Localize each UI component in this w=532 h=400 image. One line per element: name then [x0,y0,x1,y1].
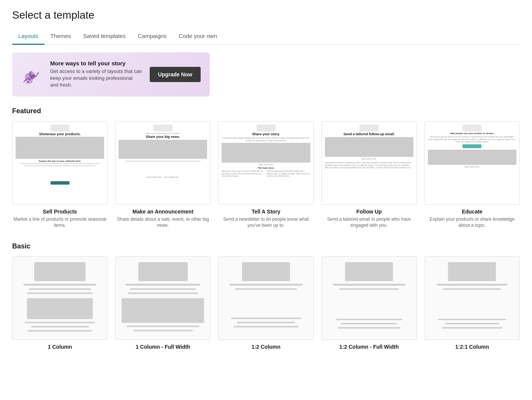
template-tell-story[interactable]: Share your story. Newsletters keep peopl… [218,121,314,229]
banner-illustration [21,64,43,85]
template-name-1col-full: 1 Column - Full Width [115,344,211,350]
tab-nav: Layouts Themes Saved templates Campaigns… [12,29,520,45]
upgrade-button[interactable]: Upgrade Now [150,67,201,82]
template-make-announcement[interactable]: Have an announcement to make? Share your… [115,121,211,229]
banner-text: More ways to tell your story Get access … [50,60,142,89]
basic-section-title: Basic [12,242,520,250]
tab-code-your-own[interactable]: Code your own [173,29,223,45]
upgrade-banner: More ways to tell your story Get access … [12,52,210,96]
basic-template-grid: 1 Column 1 Column - Full Width [12,256,520,351]
featured-template-grid: Showcase your products. Feature the star… [12,121,520,229]
featured-section-title: Featured [12,107,520,115]
banner-body: Get access to a variety of layouts that … [50,68,142,89]
template-name-1-2col: 1:2 Column [218,344,314,350]
template-name-sell: Sell Products [12,209,108,215]
template-desc-story: Send a newsletter to let people know wha… [218,216,314,229]
tab-layouts[interactable]: Layouts [12,29,44,45]
template-1col-full[interactable]: 1 Column - Full Width [115,256,211,351]
page-title: Select a template [12,9,520,21]
template-name-1col: 1 Column [12,344,108,350]
template-name-story: Tell A Story [218,209,314,215]
tab-saved-templates[interactable]: Saved templates [77,29,132,45]
banner-heading: More ways to tell your story [50,60,142,66]
template-1-2col-full[interactable]: 1:2 Column - Full Width [321,256,417,351]
template-name-1-2col-full: 1:2 Column - Full Width [321,344,417,350]
template-educate[interactable]: Help people use your product or service.… [424,121,520,229]
template-1col[interactable]: 1 Column [12,256,108,351]
template-desc-educate: Explain your products or share knowledge… [424,216,520,229]
template-follow-up[interactable]: Send a tailored follow-up email. Add a p… [321,121,417,229]
template-name-announce: Make an Announcement [115,209,211,215]
template-name-followup: Follow Up [321,209,417,215]
tab-themes[interactable]: Themes [44,29,77,45]
template-name-educate: Educate [424,209,520,215]
template-sell-products[interactable]: Showcase your products. Feature the star… [12,121,108,229]
template-desc-announce: Share details about a sale, event, or ot… [115,216,211,229]
template-1-2-1col[interactable]: 1:2:1 Column [424,256,520,351]
template-1-2col[interactable]: 1:2 Column [218,256,314,351]
tab-campaigns[interactable]: Campaigns [131,29,173,45]
template-name-1-2-1col: 1:2:1 Column [424,344,520,350]
template-desc-sell: Market a line of products or promote sea… [12,216,108,229]
template-desc-followup: Send a tailored email to people who have… [321,216,417,229]
